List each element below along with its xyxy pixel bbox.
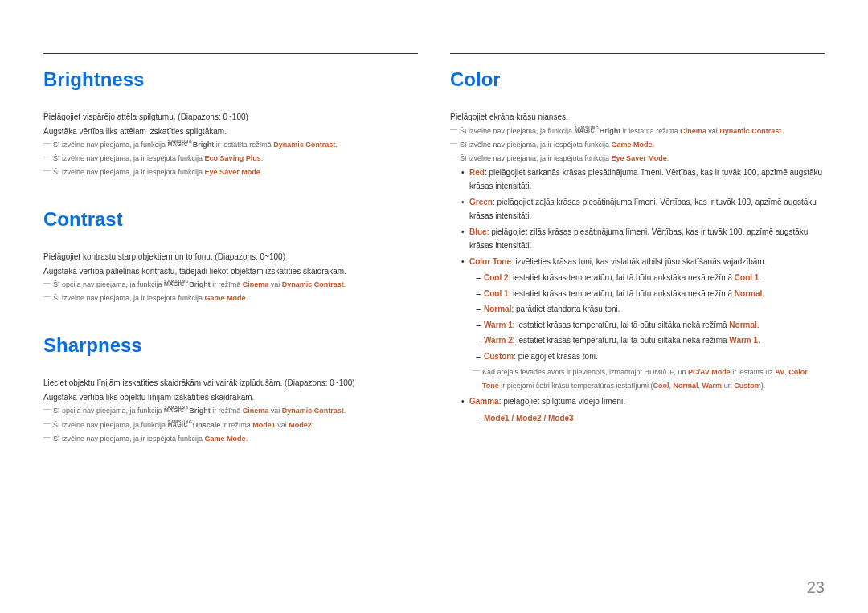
- left-column: Brightness Pielāgojiet vispārējo attēla …: [43, 53, 418, 475]
- text: Augstāka vērtība liks objektu līnijām iz…: [43, 390, 418, 405]
- list-item: Cool 1: iestatiet krāsas temperatūru, la…: [476, 287, 825, 301]
- note: Šī izvēlne nav pieejama, ja ir iespējota…: [43, 432, 418, 446]
- text: Lieciet objektu līnijām izskatīties skai…: [43, 376, 418, 390]
- list-item: Blue: pielāgojiet zilās krāsas piesātinā…: [461, 225, 825, 253]
- text: Pielāgojiet kontrastu starp objektiem un…: [43, 250, 418, 264]
- list-item: Cool 2: iestatiet krāsas temperatūru, la…: [476, 271, 825, 285]
- text: Augstāka vērtība liks attēlam izskatītie…: [43, 125, 418, 139]
- note: Šī izvēlne nav pieejama, ja ir iespējota…: [43, 166, 418, 179]
- list-item: Warm 2: iestatiet krāsas temperatūru, la…: [476, 333, 825, 348]
- heading-color: Color: [450, 68, 825, 91]
- note: Kad ārējais ievades avots ir pievienots,…: [473, 366, 825, 393]
- list-item: Mode1 / Mode2 / Mode3: [476, 411, 825, 426]
- note: Šī izvēlne nav pieejama, ja ir iespējota…: [43, 152, 418, 166]
- color-list: Red: pielāgojiet sarkanās krāsas piesāti…: [450, 166, 825, 426]
- list-item: Warm 1: iestatiet krāsas temperatūru, la…: [476, 318, 825, 333]
- heading-contrast: Contrast: [43, 208, 418, 231]
- list-item: Color Tone: izvēlieties krāsas toni, kas…: [461, 255, 825, 394]
- section-brightness: Brightness Pielāgojiet vispārējo attēla …: [43, 68, 418, 179]
- heading-sharpness: Sharpness: [43, 334, 418, 357]
- section-color: Color Pielāgojiet ekrāna krāsu nianses. …: [450, 68, 825, 425]
- text: Augstāka vērtība palielinās kontrastu, t…: [43, 264, 418, 279]
- list-item: Gamma: pielāgojiet spilgtuma vidējo līme…: [461, 394, 825, 425]
- note: Šī opcija nav pieejama, ja funkcija SAMS…: [43, 404, 418, 418]
- list-item: Normal: parādiet standarta krāsu toni.: [476, 302, 825, 317]
- list-item: Custom: pielāgojiet krāsas toni.: [476, 349, 825, 364]
- right-column: Color Pielāgojiet ekrāna krāsu nianses. …: [450, 53, 825, 475]
- section-contrast: Contrast Pielāgojiet kontrastu starp obj…: [43, 208, 418, 305]
- note: Šī izvēlne nav pieejama, ja funkcija SAM…: [43, 419, 418, 432]
- list-item: Red: pielāgojiet sarkanās krāsas piesāti…: [461, 166, 825, 194]
- note: Šī izvēlne nav pieejama, ja ir iespējota…: [450, 138, 825, 152]
- note: Šī izvēlne nav pieejama, ja funkcija SAM…: [450, 125, 825, 138]
- note: Šī opcija nav pieejama, ja funkcija SAMS…: [43, 278, 418, 292]
- list-item: Green: pielāgojiet zaļās krāsas piesātin…: [461, 195, 825, 223]
- section-sharpness: Sharpness Lieciet objektu līnijām izskat…: [43, 334, 418, 445]
- note: Šī izvēlne nav pieejama, ja funkcija SAM…: [43, 138, 418, 152]
- note: Šī izvēlne nav pieejama, ja ir iespējota…: [450, 152, 825, 166]
- text: Pielāgojiet vispārējo attēla spilgtumu. …: [43, 110, 418, 125]
- page-number: 23: [807, 578, 825, 597]
- text: Pielāgojiet ekrāna krāsu nianses.: [450, 110, 825, 125]
- note: Šī izvēlne nav pieejama, ja ir iespējota…: [43, 292, 418, 305]
- heading-brightness: Brightness: [43, 68, 418, 91]
